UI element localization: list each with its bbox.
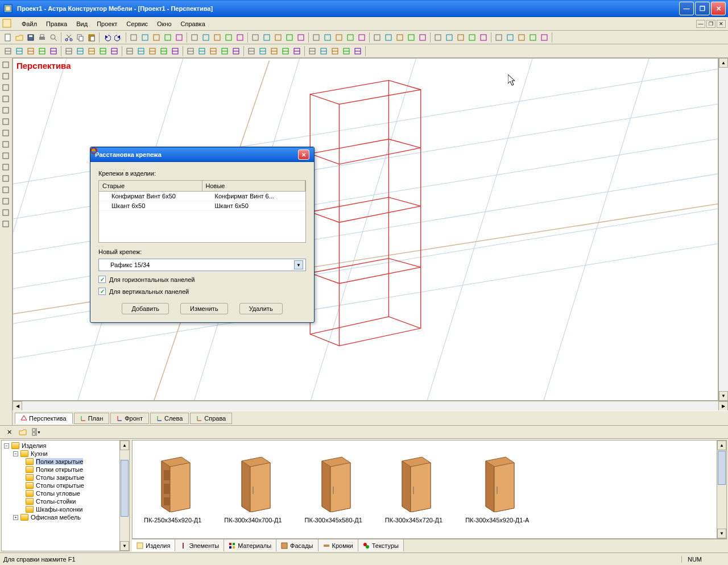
toolbar-icon[interactable] [494,32,504,43]
toolbar-icon[interactable] [246,46,257,56]
menu-view[interactable]: Вид [72,19,92,29]
toolbar-icon[interactable] [516,32,527,43]
tab-textures[interactable]: Текстуры [358,539,404,551]
toolbar-icon[interactable] [433,32,443,43]
toolbar-icon[interactable] [334,32,344,43]
toolbar-icon[interactable] [220,46,230,56]
preview-icon[interactable] [48,32,59,43]
toolbar-icon[interactable] [224,32,234,43]
line2-icon[interactable] [1,128,11,138]
menu-file[interactable]: Файл [17,19,42,29]
shape-icon[interactable] [1,94,11,104]
toolbar-icon[interactable] [212,32,222,43]
toolbar-icon[interactable] [48,46,59,56]
catalog-grid-icon[interactable]: ▼ [31,427,42,437]
toolbar-icon[interactable] [444,32,454,43]
catalog-close-icon[interactable]: ✕ [4,427,14,437]
toolbar-icon[interactable] [383,32,394,43]
tree-item[interactable]: Столы-стойки [3,497,128,505]
toolbar-icon[interactable] [318,46,329,56]
toolbar-icon[interactable] [140,32,150,43]
toolbar-icon[interactable] [151,32,162,43]
redo-icon[interactable] [113,32,123,43]
menu-help[interactable]: Справка [176,19,210,29]
mdi-minimize[interactable]: — [696,20,705,28]
thumbs-vscroll[interactable]: ▲▼ [717,441,726,538]
toolbar-icon[interactable] [322,32,333,43]
rot2-icon[interactable] [1,207,11,218]
toolbar-icon[interactable] [3,46,13,56]
toolbar-icon[interactable] [307,46,317,56]
rect-icon[interactable] [1,82,11,93]
toolbar-icon[interactable] [185,46,196,56]
toolbar-icon[interactable] [262,32,272,43]
catalog-tree[interactable]: −Изделия −Кухни Полки закрытые Полки отк… [1,440,130,551]
toolbar-icon[interactable] [136,46,146,56]
toolbar-icon[interactable] [406,32,416,43]
sig-icon[interactable] [1,139,11,149]
copy-icon[interactable] [75,32,85,43]
tree-item-kitchens[interactable]: −Кухни [3,450,128,458]
toolbar-icon[interactable] [208,46,218,56]
toolbar-icon[interactable] [345,32,355,43]
new-icon[interactable] [3,32,13,43]
toolbar-icon[interactable] [478,32,489,43]
tree-vscroll[interactable]: ▲▼ [119,441,129,551]
viewport-hscroll[interactable]: ◀▶ [13,401,728,410]
pointer-icon[interactable] [1,60,11,70]
menu-project[interactable]: Проект [92,19,122,29]
toolbar-icon[interactable] [357,32,367,43]
toolbar-icon[interactable] [125,46,135,56]
thumbnail-item[interactable]: document.write(cab(false));ПК-300x345x72… [385,455,442,524]
maximize-button[interactable]: ❐ [695,2,710,15]
tab-facades[interactable]: Фасады [276,539,318,551]
thumbnail-grid[interactable]: function cab(open){return '<svg width="8… [132,440,727,539]
tree-item[interactable]: Шкафы-колонки [3,505,128,513]
tab-materials[interactable]: Материалы [224,539,276,551]
toolbar-icon[interactable] [330,46,340,56]
rot-icon[interactable] [1,185,11,195]
fastener-combo[interactable]: Рафикс 15/34 ▼ [98,259,306,271]
tab-left[interactable]: Слева [150,413,189,424]
tree-item[interactable]: Столы открытые [3,481,128,489]
catalog-open-icon[interactable] [18,427,28,437]
toolbar-icon[interactable] [284,32,295,43]
toolbar-icon[interactable] [353,46,363,56]
save-icon[interactable] [26,32,36,43]
dim-icon[interactable] [1,105,11,115]
minimize-button[interactable]: — [679,2,694,15]
toolbar-icon[interactable] [539,32,549,43]
toolbar-icon[interactable] [269,46,279,56]
toolbar-icon[interactable] [231,46,241,56]
toolbar-icon[interactable] [98,46,108,56]
toolbar-icon[interactable] [189,32,200,43]
toolbar-icon[interactable] [197,46,207,56]
toolbar-icon[interactable] [147,46,158,56]
tab-front[interactable]: Фронт [110,413,149,424]
toolbar-icon[interactable] [201,32,211,43]
toolbar-icon[interactable] [14,46,24,56]
tree-item[interactable]: Полки открытые [3,466,128,473]
viewport-vscroll[interactable]: ▲▼ [718,58,728,401]
thumbnail-item[interactable]: document.write(cab(false));ПК-300x345x92… [465,455,529,524]
toolbar-icon[interactable] [456,32,466,43]
thumbnail-item[interactable]: document.write(cab(false));ПК-300x345x58… [305,455,362,524]
arc-icon[interactable] [1,173,11,184]
toolbar-icon[interactable] [159,46,169,56]
tree-item-office[interactable]: +Офисная мебель [3,513,128,521]
undo-icon[interactable] [102,32,112,43]
toolbar-icon[interactable] [109,46,119,56]
toolbar-icon[interactable] [129,32,139,43]
toolbar-icon[interactable] [258,46,268,56]
tab-plan[interactable]: План [74,413,110,424]
toolbar-icon[interactable] [528,32,538,43]
toolbar-icon[interactable] [292,46,302,56]
mdi-close[interactable]: ✕ [717,20,726,28]
toolbar-icon[interactable] [174,32,184,43]
toolbar-icon[interactable] [341,46,351,56]
toolbar-icon[interactable] [64,46,74,56]
paste-icon[interactable] [86,32,97,43]
tab-edges[interactable]: Кромки [318,539,358,551]
tab-perspective[interactable]: Перспектива [15,413,73,424]
tree-item[interactable]: Столы угловые [3,489,128,497]
